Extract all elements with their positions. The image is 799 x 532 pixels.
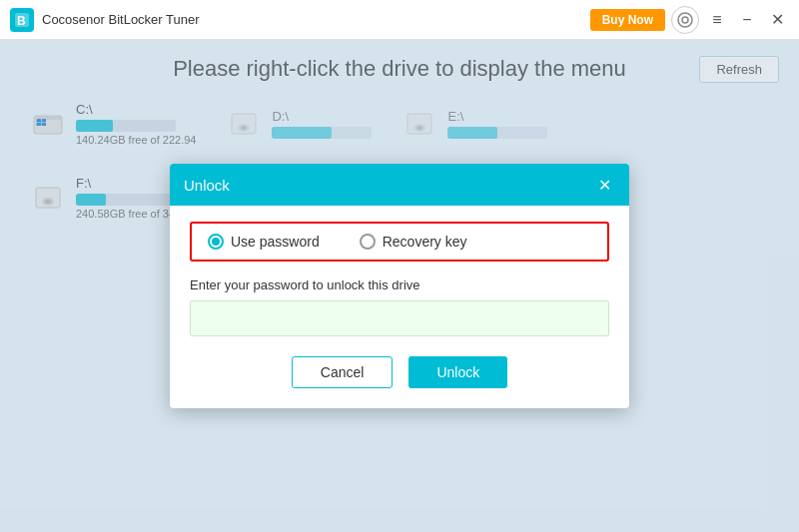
dialog-title: Unlock [184,177,230,194]
close-button[interactable]: ✕ [765,8,789,32]
unlock-button[interactable]: Unlock [408,356,507,388]
cancel-button[interactable]: Cancel [292,356,394,388]
dialog-footer: Cancel Unlock [190,356,609,388]
svg-point-3 [682,17,688,23]
title-bar: B Cocosenor BitLocker Tuner Buy Now ≡ − … [0,0,799,40]
buy-now-button[interactable]: Buy Now [590,9,665,31]
minimize-button[interactable]: − [735,8,759,32]
use-password-radio[interactable] [208,234,224,250]
dialog-body: Use password Recovery key Enter your pas… [170,206,629,408]
dialog-overlay: Unlock ✕ Use password Recovery key Enter… [0,40,799,532]
recovery-key-radio[interactable] [360,234,376,250]
app-title: Cocosenor BitLocker Tuner [42,12,590,27]
app-logo: B [10,8,34,32]
main-area: Please right-click the drive to display … [0,40,799,532]
menu-button[interactable]: ≡ [705,8,729,32]
use-password-option[interactable]: Use password [208,234,320,250]
dialog-close-button[interactable]: ✕ [593,174,615,196]
use-password-label: Use password [231,234,320,250]
svg-text:B: B [17,14,26,28]
password-input[interactable] [190,300,609,336]
dialog-title-bar: Unlock ✕ [170,164,629,206]
window-controls: Buy Now ≡ − ✕ [590,6,789,34]
recovery-key-label: Recovery key [383,234,467,250]
auth-method-group: Use password Recovery key [190,222,609,262]
recovery-key-option[interactable]: Recovery key [360,234,467,250]
svg-point-2 [678,13,692,27]
unlock-dialog: Unlock ✕ Use password Recovery key Enter… [170,164,629,408]
password-instruction: Enter your password to unlock this drive [190,277,609,292]
settings-icon[interactable] [671,6,699,34]
